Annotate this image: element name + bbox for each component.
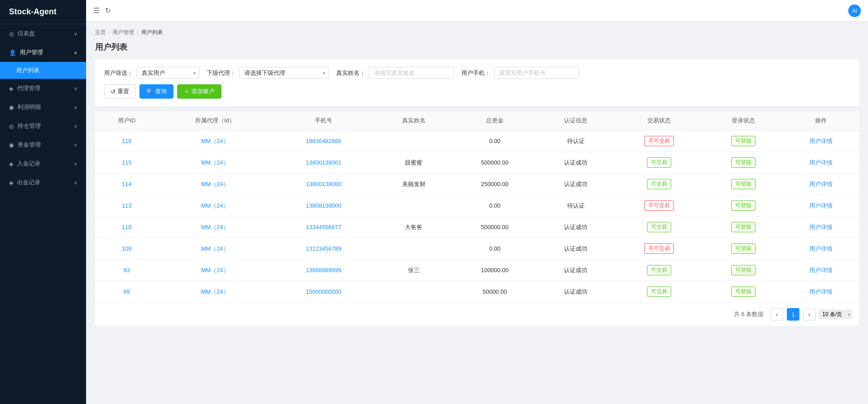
sidebar-item-user-list[interactable]: 用户列表 [0,62,86,79]
cell-trade-status: 可交易 [614,260,704,281]
breadcrumb-user-management[interactable]: 用户管理 [113,29,134,36]
cell-id: 93 [95,260,158,281]
action-user-detail[interactable]: 用户详情 [809,267,833,274]
cell-id: 110 [95,217,158,238]
page-content: 主页 / 用户管理 / 用户列表 用户列表 用户筛选： 真实用户 模拟用户 所有… [86,22,868,404]
refresh-icon[interactable]: ↻ [105,6,111,15]
cell-agent: MM（24） [158,281,272,303]
action-user-detail[interactable]: 用户详情 [809,159,833,166]
phone-input[interactable] [494,67,579,79]
login-status-badge: 可登陆 [731,200,755,211]
cell-auth: 待认证 [538,130,614,152]
action-user-detail[interactable]: 用户详情 [809,202,833,209]
sidebar: Stock-Agent ◎ 仪表盘 ∨ 👤 用户管理 ∧ 用户列表 ◈ 代理管理… [0,0,86,404]
user-type-select[interactable]: 真实用户 模拟用户 所有用户 [137,67,200,79]
filter-item-user-type: 用户筛选： 真实用户 模拟用户 所有用户 [104,67,200,79]
cell-total-funds: 50000.00 [452,281,538,303]
action-user-detail[interactable]: 用户详情 [809,138,833,144]
sidebar-item-user-management[interactable]: 👤 用户管理 ∧ [0,43,86,62]
cell-auth: 认证成功 [538,260,614,281]
cell-trade-status: 可交易 [614,152,704,174]
cell-total-funds: 250000.00 [452,174,538,195]
pagination-page-1[interactable]: 1 [787,308,799,321]
cell-action: 用户详情 [783,238,859,260]
pagination-next[interactable]: › [803,308,816,321]
cell-agent: MM（24） [158,238,272,260]
cell-action: 用户详情 [783,130,859,152]
search-label: 查询 [155,87,167,96]
position-icon: ◎ [9,123,14,130]
avatar[interactable]: Ai [848,4,861,17]
table-row: 115 MM（24） 13800138001 甜蜜蜜 500000.00 认证成… [95,152,859,174]
cell-trade-status: 可交易 [614,217,704,238]
login-status-badge: 可登陆 [731,287,755,297]
sidebar-item-profit-detail[interactable]: ◉ 利润明细 ∨ [0,98,86,117]
pagination-prev[interactable]: ‹ [771,308,783,321]
cell-action: 用户详情 [783,195,859,217]
user-type-label: 用户筛选： [104,69,133,77]
cell-total-funds: 100000.00 [452,260,538,281]
cell-id: 89 [95,281,158,303]
cell-phone: 13888889999 [272,260,376,281]
search-button[interactable]: 🔍 查询 [139,84,174,99]
real-name-label: 真实姓名： [336,69,365,77]
cell-auth: 待认证 [538,195,614,217]
cell-login-status: 可登陆 [704,217,783,238]
action-user-detail[interactable]: 用户详情 [809,288,833,295]
cell-action: 用户详情 [783,217,859,238]
sidebar-label-profit-detail: 利润明细 [17,103,41,111]
cell-phone: 13800138001 [272,152,376,174]
cell-agent: MM（24） [158,195,272,217]
table-row: 93 MM（24） 13888889999 张三 100000.00 认证成功 … [95,260,859,281]
page-size-select[interactable]: 10 条/页 20 条/页 50 条/页 [819,310,852,319]
cell-id: 113 [95,195,158,217]
col-phone: 手机号 [272,111,376,130]
sidebar-item-withdrawal-records[interactable]: ◈ 出金记录 ∨ [0,173,86,192]
sidebar-label-withdrawal-records: 出金记录 [17,178,40,187]
cell-real-name: 甜蜜蜜 [376,152,452,174]
chevron-down-icon-4: ∨ [74,124,77,129]
sidebar-label-agent-management: 代理管理 [17,84,40,92]
table-row: 110 MM（24） 13344556677 大爸爸 500000.00 认证成… [95,217,859,238]
cell-real-name: 美丽发财 [376,174,452,195]
cell-action: 用户详情 [783,174,859,195]
col-trade-status: 交易状态 [614,111,704,130]
action-user-detail[interactable]: 用户详情 [809,224,833,230]
profit-icon: ◉ [9,104,14,111]
menu-toggle-icon[interactable]: ☰ [93,6,100,15]
cell-trade-status: 可交易 [614,174,704,195]
cell-phone: 13344556677 [272,217,376,238]
sidebar-item-deposit-records[interactable]: ◈ 入金记录 ∨ [0,154,86,173]
sidebar-label-position-management: 持仓管理 [17,122,41,130]
plus-icon: ＋ [184,87,190,96]
chevron-up-icon: ∧ [74,50,77,55]
sidebar-item-capital-management[interactable]: ◉ 资金管理 ∨ [0,135,86,154]
breadcrumb-current: 用户列表 [141,29,163,36]
sidebar-item-position-management[interactable]: ◎ 持仓管理 ∨ [0,117,86,135]
real-name-input[interactable] [369,67,454,79]
reset-button[interactable]: ↺ 重置 [104,84,136,99]
sub-agent-select[interactable]: 请选择下级代理 [239,67,329,79]
user-management-icon: 👤 [9,49,16,56]
sidebar-label-capital-management: 资金管理 [17,141,41,149]
action-user-detail[interactable]: 用户详情 [809,245,833,252]
sidebar-item-agent-management[interactable]: ◈ 代理管理 ∨ [0,79,86,98]
breadcrumb-home[interactable]: 主页 [95,29,106,36]
cell-agent: MM（24） [158,260,272,281]
breadcrumb: 主页 / 用户管理 / 用户列表 [95,29,859,36]
chevron-down-icon-5: ∨ [74,143,77,148]
sidebar-item-dashboard[interactable]: ◎ 仪表盘 ∨ [0,24,86,43]
cell-action: 用户详情 [783,281,859,303]
action-user-detail[interactable]: 用户详情 [809,181,833,187]
sidebar-label-deposit-records: 入金记录 [17,160,40,168]
sidebar-label-dashboard: 仪表盘 [17,30,35,38]
cell-auth: 认证成功 [538,152,614,174]
col-login-status: 登录状态 [704,111,783,130]
user-table-card: 用户ID 所属代理（Id） 手机号 真实姓名 总资金 认证信息 交易状态 登录状… [95,111,859,326]
login-status-badge: 可登陆 [731,136,755,146]
cell-action: 用户详情 [783,152,859,174]
table-row: 89 MM（24） 15000000000 50000.00 认证成功 可交易 … [95,281,859,303]
cell-auth: 认证成功 [538,238,614,260]
add-account-button[interactable]: ＋ 添加账户 [177,84,221,99]
add-account-label: 添加账户 [191,87,215,96]
